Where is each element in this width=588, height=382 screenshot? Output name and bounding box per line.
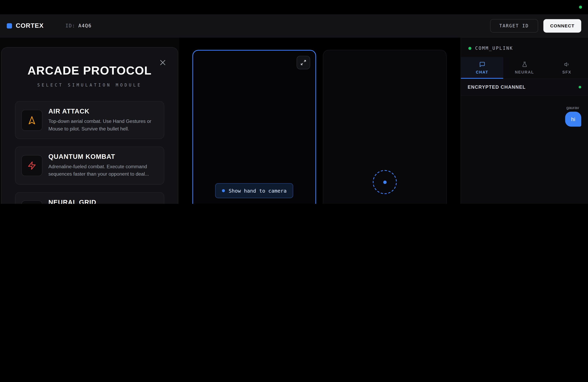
tab-sfx[interactable]: SFX: [546, 57, 588, 79]
arcade-modal: ARCADE PROTOCOL SELECT SIMULATION MODULE…: [1, 47, 178, 204]
online-dot-icon: [468, 47, 471, 50]
comm-tabs: CHAT NEURAL SFX: [461, 57, 588, 79]
connect-button[interactable]: CONNECT: [543, 19, 581, 33]
game-card-neural-grid[interactable]: NEURAL GRID Reflex synchronization test.…: [15, 192, 164, 204]
game-card-quantum-kombat[interactable]: QUANTUM KOMBAT Adrenaline-fueled combat.…: [15, 147, 164, 185]
chat-message-list: gaurav hi: [461, 96, 588, 204]
game-card-air-attack[interactable]: AIR ATTACK Top-down aerial combat. Use H…: [15, 101, 164, 139]
arcade-title: ARCADE PROTOCOL: [15, 64, 164, 78]
gesture-hint-pill: Show hand to camera: [215, 183, 294, 198]
chat-bubble-icon: [479, 61, 485, 68]
main-layout: ARCADE PROTOCOL SELECT SIMULATION MODULE…: [0, 38, 588, 204]
channel-label: ENCRYPTED CHANNEL: [468, 84, 525, 90]
header-actions: TARGET ID CONNECT: [490, 19, 581, 33]
expand-icon[interactable]: [297, 56, 310, 69]
app-window: CORTEX ID:A4Q6 TARGET ID CONNECT ARCADE …: [0, 0, 588, 204]
game-info: NEURAL GRID Reflex synchronization test.…: [48, 198, 157, 204]
brand: CORTEX: [7, 22, 44, 30]
game-name: NEURAL GRID: [48, 198, 157, 204]
arcade-panel: ARCADE PROTOCOL SELECT SIMULATION MODULE…: [0, 38, 179, 204]
comm-uplink-panel: COMM_UPLINK CHAT NEURAL SFX ENCRYPTED CH…: [461, 38, 588, 204]
game-name: QUANTUM KOMBAT: [48, 153, 157, 161]
game-info: AIR ATTACK Top-down aerial combat. Use H…: [48, 108, 157, 133]
jet-icon: [21, 110, 42, 131]
brand-logo-icon: [7, 23, 12, 28]
no-signal-indicator: NO SIGNAL: [323, 170, 446, 204]
signal-core-dot: [383, 180, 386, 184]
hint-dot-icon: [222, 189, 225, 192]
lightning-icon: [21, 155, 42, 176]
message-bubble: hi: [565, 112, 581, 127]
game-name: AIR ATTACK: [48, 108, 157, 115]
signal-ring-icon: [373, 170, 397, 194]
arcade-subtitle: SELECT SIMULATION MODULE: [15, 83, 164, 88]
secure-dot-icon: [579, 86, 581, 88]
session-id-label: ID:: [65, 23, 75, 28]
local-video-panel: Show hand to camera: [192, 50, 316, 204]
game-desc: Adrenaline-fueled combat. Execute comman…: [48, 163, 157, 178]
tab-chat[interactable]: CHAT: [461, 57, 503, 79]
flask-icon: [521, 61, 527, 68]
window-top-strip: [0, 0, 588, 14]
uplink-header: COMM_UPLINK: [461, 38, 588, 57]
game-info: QUANTUM KOMBAT Adrenaline-fueled combat.…: [48, 153, 157, 178]
tab-neural[interactable]: NEURAL: [503, 57, 546, 79]
gesture-hint-text: Show hand to camera: [229, 188, 287, 194]
tab-label: NEURAL: [515, 70, 534, 74]
game-desc: Top-down aerial combat. Use Hand Gesture…: [48, 118, 157, 133]
grid-icon: [21, 201, 42, 204]
remote-video-panel: NO SIGNAL: [323, 50, 447, 204]
recording-status-dot: [579, 6, 582, 9]
brand-name: CORTEX: [16, 22, 44, 30]
close-icon[interactable]: [158, 57, 168, 68]
tab-label: SFX: [562, 70, 571, 74]
speaker-icon: [564, 61, 570, 68]
game-list: AIR ATTACK Top-down aerial combat. Use H…: [15, 101, 164, 204]
video-stage: Show hand to camera NO SIGNAL NETRUNN: [179, 38, 461, 204]
target-id-button[interactable]: TARGET ID: [490, 19, 538, 33]
tab-label: CHAT: [476, 70, 488, 74]
session-id: ID:A4Q6: [65, 23, 92, 28]
session-id-value: A4Q6: [78, 23, 92, 28]
uplink-title: COMM_UPLINK: [475, 46, 513, 51]
app-header: CORTEX ID:A4Q6 TARGET ID CONNECT: [0, 14, 588, 37]
message-author: gaurav: [567, 105, 579, 110]
channel-bar: ENCRYPTED CHANNEL: [461, 79, 588, 96]
